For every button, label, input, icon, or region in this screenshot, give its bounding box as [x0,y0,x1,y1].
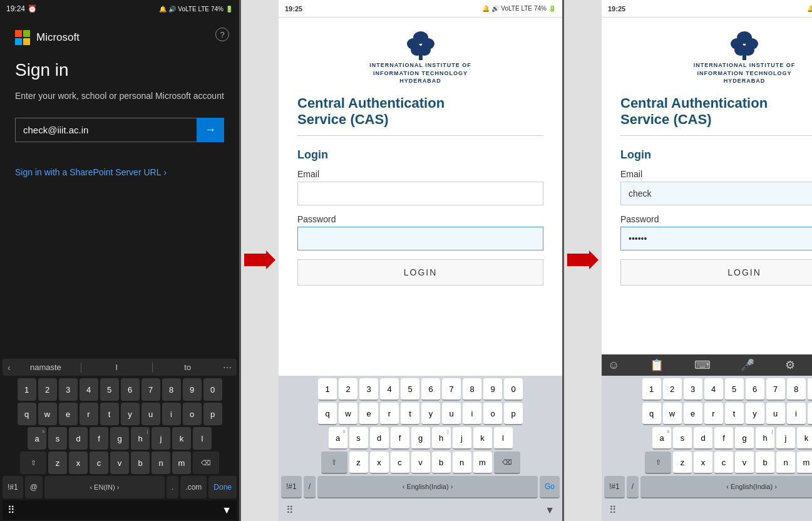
key-0-p2[interactable]: 0 [504,378,523,401]
key-9-p2[interactable]: 9 [483,378,502,401]
key-lang[interactable]: ‹ EN(IN) › [44,476,165,498]
key-0[interactable]: 0 [203,378,222,401]
key-d-p2[interactable]: d [370,427,389,450]
key-j-p2[interactable]: j [453,427,471,450]
key-lang-p2[interactable]: ‹ English(India) › [317,476,538,498]
key-u[interactable]: u [141,403,160,425]
key-1[interactable]: 1 [18,378,36,401]
key-slash-p2[interactable]: / [304,476,316,498]
cas-password-input-3[interactable] [620,227,812,250]
clipboard-icon[interactable]: 📋 [650,358,664,372]
suggestion-2[interactable]: I [81,361,152,373]
key-go-p2[interactable]: Go [540,476,560,498]
key-3-p3[interactable]: 3 [684,378,702,401]
key-t[interactable]: t [100,403,119,425]
key-5-p2[interactable]: 5 [401,378,419,401]
key-e-p2[interactable]: e [359,403,378,425]
key-backspace[interactable]: ⌫ [193,451,219,474]
suggestion-3[interactable]: to [153,361,223,373]
key-t-p3[interactable]: t [725,403,744,425]
suggestion-1[interactable]: namaste [11,361,81,373]
key-q[interactable]: q [18,403,36,425]
key-y-p2[interactable]: y [421,403,440,425]
key-v-p2[interactable]: v [411,451,430,474]
key-p-p2[interactable]: p [504,403,523,425]
key-1-p3[interactable]: 1 [642,378,661,401]
key-q-p3[interactable]: q [642,403,661,425]
key-n[interactable]: n [152,451,170,474]
key-6-p2[interactable]: 6 [421,378,440,401]
key-m[interactable]: m [172,451,191,474]
key-d-p3[interactable]: d [694,427,712,450]
key-2-p2[interactable]: 2 [339,378,357,401]
key-w-p3[interactable]: w [663,403,682,425]
key-a-p3[interactable]: as [652,427,671,450]
key-r[interactable]: r [80,403,98,425]
key-2-p3[interactable]: 2 [663,378,682,401]
key-f[interactable]: f [90,427,108,450]
key-symbol-p2[interactable]: !#1 [281,476,302,498]
key-n-p3[interactable]: n [776,451,795,474]
cas-email-input-2[interactable] [297,182,543,205]
key-d[interactable]: d [69,427,88,450]
key-r-p2[interactable]: r [380,403,399,425]
key-z-p3[interactable]: z [673,451,692,474]
key-t-p2[interactable]: t [401,403,419,425]
key-lang-p3[interactable]: ‹ English(India) › [640,476,812,498]
key-g-p3[interactable]: g [735,427,754,450]
key-3[interactable]: 3 [59,378,78,401]
key-at[interactable]: @ [25,476,43,498]
key-h-p3[interactable]: hj [756,427,774,450]
key-z[interactable]: z [48,451,67,474]
mic-icon[interactable]: 🎤 [741,358,754,372]
key-c[interactable]: c [90,451,108,474]
key-7-p3[interactable]: 7 [766,378,785,401]
key-v[interactable]: v [110,451,129,474]
key-x-p2[interactable]: x [370,451,389,474]
key-q-p2[interactable]: q [318,403,337,425]
key-l[interactable]: l [193,427,212,450]
key-f-p3[interactable]: f [714,427,733,450]
key-4-p3[interactable]: 4 [704,378,723,401]
keyboard-icon[interactable]: ⌨ [694,358,711,372]
ms-email-input[interactable] [15,118,197,142]
key-c-p2[interactable]: c [391,451,409,474]
key-b-p3[interactable]: b [756,451,774,474]
key-8[interactable]: 8 [162,378,181,401]
key-k[interactable]: k [172,427,191,450]
key-s-p3[interactable]: s [673,427,692,450]
key-h[interactable]: hj [131,427,150,450]
key-8-p2[interactable]: 8 [463,378,481,401]
key-1-p2[interactable]: 1 [318,378,337,401]
key-slash-p3[interactable]: / [627,476,639,498]
key-5-p3[interactable]: 5 [725,378,744,401]
key-x[interactable]: x [69,451,88,474]
key-e-p3[interactable]: e [684,403,702,425]
key-b[interactable]: b [131,451,150,474]
key-a[interactable]: as [28,427,46,450]
key-b-p2[interactable]: b [432,451,451,474]
key-i-p2[interactable]: i [463,403,481,425]
key-o[interactable]: o [183,403,202,425]
key-4[interactable]: 4 [80,378,98,401]
key-m-p3[interactable]: m [797,451,812,474]
cas-login-button-3[interactable]: LOGIN [620,259,812,286]
key-h-p2[interactable]: hj [432,427,451,450]
ms-next-button[interactable]: → [197,118,224,142]
sharepoint-link[interactable]: Sign in with a SharePoint Server URL › [15,167,224,177]
key-w-p2[interactable]: w [339,403,357,425]
key-dotcom[interactable]: .com [180,476,207,498]
key-backspace-p2[interactable]: ⌫ [494,451,520,474]
key-7-p2[interactable]: 7 [442,378,461,401]
cas-password-input-2[interactable] [297,227,543,250]
cas-email-input-3[interactable] [620,182,812,205]
key-c-p3[interactable]: c [714,451,733,474]
key-r-p3[interactable]: r [704,403,723,425]
settings-icon[interactable]: ⚙ [785,358,795,372]
key-v-p3[interactable]: v [735,451,754,474]
key-6-p3[interactable]: 6 [746,378,764,401]
key-symbol-p3[interactable]: !#1 [604,476,625,498]
key-k-p3[interactable]: k [797,427,812,450]
key-9-p3[interactable]: 9 [808,378,813,401]
key-9[interactable]: 9 [183,378,202,401]
